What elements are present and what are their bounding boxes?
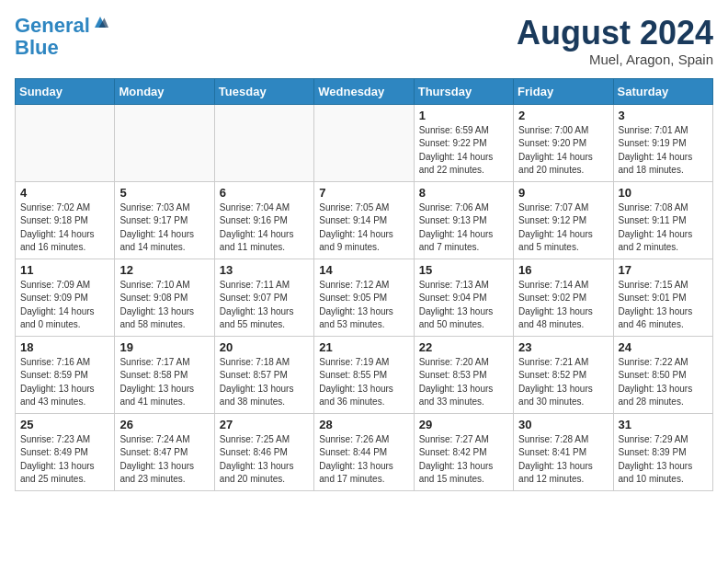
day-info: Sunrise: 7:08 AMSunset: 9:11 PMDaylight:… xyxy=(619,201,708,255)
calendar-cell: 18Sunrise: 7:16 AMSunset: 8:59 PMDayligh… xyxy=(16,336,115,413)
day-number: 9 xyxy=(518,186,608,200)
day-number: 5 xyxy=(119,186,209,200)
day-info: Sunrise: 7:00 AMSunset: 9:20 PMDaylight:… xyxy=(518,124,608,178)
weekday-header-monday: Monday xyxy=(115,78,214,104)
calendar-cell: 22Sunrise: 7:20 AMSunset: 8:53 PMDayligh… xyxy=(414,336,513,413)
day-info: Sunrise: 7:02 AMSunset: 9:18 PMDaylight:… xyxy=(20,201,109,255)
day-number: 2 xyxy=(518,109,608,122)
day-info: Sunrise: 7:12 AMSunset: 9:05 PMDaylight:… xyxy=(319,279,408,332)
calendar-cell xyxy=(115,104,214,181)
calendar-cell xyxy=(214,104,313,181)
day-number: 6 xyxy=(220,186,309,200)
day-info: Sunrise: 7:19 AMSunset: 8:55 PMDaylight:… xyxy=(319,356,408,409)
day-number: 12 xyxy=(119,263,209,277)
day-number: 24 xyxy=(619,340,708,354)
day-info: Sunrise: 7:22 AMSunset: 8:50 PMDaylight:… xyxy=(619,356,708,409)
day-number: 18 xyxy=(20,340,109,354)
day-number: 28 xyxy=(319,418,408,431)
calendar-cell: 31Sunrise: 7:29 AMSunset: 8:39 PMDayligh… xyxy=(613,413,712,490)
day-number: 3 xyxy=(619,109,708,122)
day-info: Sunrise: 7:10 AMSunset: 9:08 PMDaylight:… xyxy=(119,279,209,332)
day-info: Sunrise: 7:24 AMSunset: 8:47 PMDaylight:… xyxy=(119,433,209,487)
day-info: Sunrise: 7:06 AMSunset: 9:13 PMDaylight:… xyxy=(419,201,508,255)
calendar-cell: 2Sunrise: 7:00 AMSunset: 9:20 PMDaylight… xyxy=(514,104,613,181)
calendar-cell: 24Sunrise: 7:22 AMSunset: 8:50 PMDayligh… xyxy=(613,336,712,413)
day-number: 17 xyxy=(619,263,708,277)
day-number: 31 xyxy=(619,418,708,431)
calendar-cell: 3Sunrise: 7:01 AMSunset: 9:19 PMDaylight… xyxy=(613,104,712,181)
day-info: Sunrise: 7:18 AMSunset: 8:57 PMDaylight:… xyxy=(220,356,309,409)
day-info: Sunrise: 7:01 AMSunset: 9:19 PMDaylight:… xyxy=(619,124,708,178)
day-number: 19 xyxy=(119,340,209,354)
day-number: 22 xyxy=(419,340,508,354)
day-number: 25 xyxy=(20,418,109,431)
day-info: Sunrise: 7:05 AMSunset: 9:14 PMDaylight:… xyxy=(319,201,408,255)
day-number: 7 xyxy=(319,186,408,200)
calendar-header-row: SundayMondayTuesdayWednesdayThursdayFrid… xyxy=(16,78,713,104)
day-number: 26 xyxy=(119,418,209,431)
weekday-header-friday: Friday xyxy=(514,78,613,104)
day-number: 30 xyxy=(518,418,608,431)
calendar-cell: 27Sunrise: 7:25 AMSunset: 8:46 PMDayligh… xyxy=(214,413,313,490)
calendar-cell: 19Sunrise: 7:17 AMSunset: 8:58 PMDayligh… xyxy=(115,336,214,413)
day-info: Sunrise: 7:07 AMSunset: 9:12 PMDaylight:… xyxy=(518,201,608,255)
day-info: Sunrise: 7:21 AMSunset: 8:52 PMDaylight:… xyxy=(518,356,608,409)
calendar-cell: 1Sunrise: 6:59 AMSunset: 9:22 PMDaylight… xyxy=(414,104,513,181)
day-number: 8 xyxy=(419,186,508,200)
day-info: Sunrise: 7:17 AMSunset: 8:58 PMDaylight:… xyxy=(119,356,209,409)
weekday-header-thursday: Thursday xyxy=(414,78,513,104)
day-number: 10 xyxy=(619,186,708,200)
logo-icon xyxy=(92,14,108,30)
day-number: 15 xyxy=(419,263,508,277)
calendar-cell: 5Sunrise: 7:03 AMSunset: 9:17 PMDaylight… xyxy=(115,181,214,259)
calendar-cell: 6Sunrise: 7:04 AMSunset: 9:16 PMDaylight… xyxy=(214,181,313,259)
day-number: 4 xyxy=(20,186,109,200)
calendar-cell xyxy=(16,104,115,181)
calendar-cell: 12Sunrise: 7:10 AMSunset: 9:08 PMDayligh… xyxy=(115,259,214,336)
calendar-week-5: 25Sunrise: 7:23 AMSunset: 8:49 PMDayligh… xyxy=(16,413,713,490)
title-block: August 2024 Muel, Aragon, Spain xyxy=(517,15,713,67)
day-number: 1 xyxy=(419,109,508,122)
calendar-cell: 13Sunrise: 7:11 AMSunset: 9:07 PMDayligh… xyxy=(214,259,313,336)
calendar-cell: 17Sunrise: 7:15 AMSunset: 9:01 PMDayligh… xyxy=(613,259,712,336)
calendar-cell: 16Sunrise: 7:14 AMSunset: 9:02 PMDayligh… xyxy=(514,259,613,336)
day-info: Sunrise: 7:25 AMSunset: 8:46 PMDaylight:… xyxy=(220,433,309,487)
logo-blue: Blue xyxy=(15,37,108,59)
day-info: Sunrise: 7:15 AMSunset: 9:01 PMDaylight:… xyxy=(619,279,708,332)
day-info: Sunrise: 7:26 AMSunset: 8:44 PMDaylight:… xyxy=(319,433,408,487)
calendar-cell: 14Sunrise: 7:12 AMSunset: 9:05 PMDayligh… xyxy=(314,259,414,336)
weekday-header-saturday: Saturday xyxy=(613,78,712,104)
calendar-cell: 25Sunrise: 7:23 AMSunset: 8:49 PMDayligh… xyxy=(16,413,115,490)
calendar-week-2: 4Sunrise: 7:02 AMSunset: 9:18 PMDaylight… xyxy=(16,181,713,259)
logo: General Blue xyxy=(15,15,108,59)
calendar-cell: 26Sunrise: 7:24 AMSunset: 8:47 PMDayligh… xyxy=(115,413,214,490)
calendar-cell: 21Sunrise: 7:19 AMSunset: 8:55 PMDayligh… xyxy=(314,336,414,413)
day-info: Sunrise: 7:04 AMSunset: 9:16 PMDaylight:… xyxy=(220,201,309,255)
calendar-cell: 29Sunrise: 7:27 AMSunset: 8:42 PMDayligh… xyxy=(414,413,513,490)
day-info: Sunrise: 7:23 AMSunset: 8:49 PMDaylight:… xyxy=(20,433,109,487)
day-number: 16 xyxy=(518,263,608,277)
day-info: Sunrise: 7:28 AMSunset: 8:41 PMDaylight:… xyxy=(518,433,608,487)
day-number: 13 xyxy=(220,263,309,277)
day-number: 11 xyxy=(20,263,109,277)
day-info: Sunrise: 7:20 AMSunset: 8:53 PMDaylight:… xyxy=(419,356,508,409)
day-number: 27 xyxy=(220,418,309,431)
day-info: Sunrise: 6:59 AMSunset: 9:22 PMDaylight:… xyxy=(419,124,508,178)
day-info: Sunrise: 7:27 AMSunset: 8:42 PMDaylight:… xyxy=(419,433,508,487)
calendar-cell: 28Sunrise: 7:26 AMSunset: 8:44 PMDayligh… xyxy=(314,413,414,490)
logo-text: General xyxy=(15,15,90,37)
day-number: 29 xyxy=(419,418,508,431)
calendar-cell: 10Sunrise: 7:08 AMSunset: 9:11 PMDayligh… xyxy=(613,181,712,259)
weekday-header-tuesday: Tuesday xyxy=(214,78,313,104)
calendar-week-1: 1Sunrise: 6:59 AMSunset: 9:22 PMDaylight… xyxy=(16,104,713,181)
page-header: General Blue August 2024 Muel, Aragon, S… xyxy=(15,15,713,67)
calendar-cell xyxy=(314,104,414,181)
day-info: Sunrise: 7:29 AMSunset: 8:39 PMDaylight:… xyxy=(619,433,708,487)
month-year: August 2024 xyxy=(517,15,713,52)
location: Muel, Aragon, Spain xyxy=(517,52,713,67)
calendar-cell: 11Sunrise: 7:09 AMSunset: 9:09 PMDayligh… xyxy=(16,259,115,336)
calendar-cell: 15Sunrise: 7:13 AMSunset: 9:04 PMDayligh… xyxy=(414,259,513,336)
calendar-cell: 9Sunrise: 7:07 AMSunset: 9:12 PMDaylight… xyxy=(514,181,613,259)
weekday-header-sunday: Sunday xyxy=(16,78,115,104)
calendar-table: SundayMondayTuesdayWednesdayThursdayFrid… xyxy=(15,78,713,491)
